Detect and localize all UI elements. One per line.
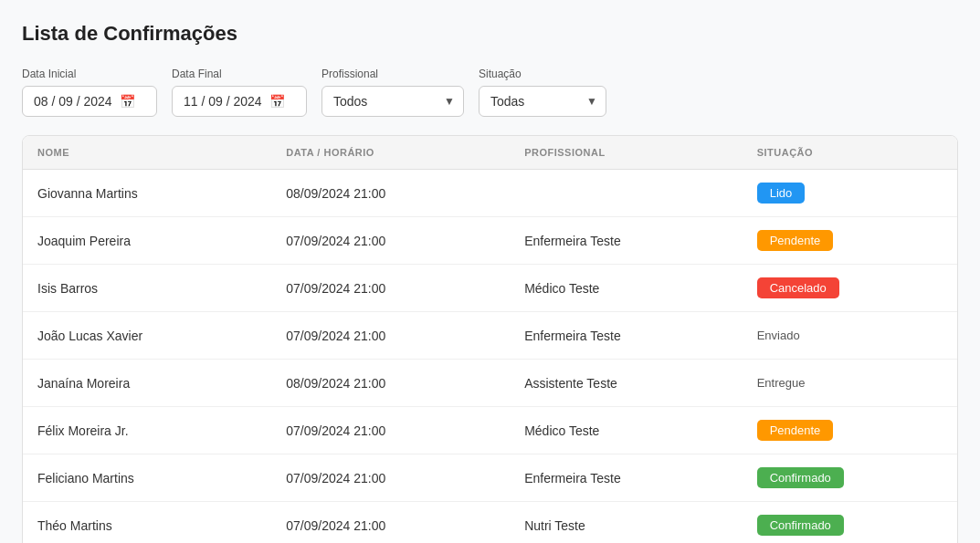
profissional-select-wrapper: Todos Enfermeira Teste Médico Teste Assi… (321, 86, 464, 117)
cell-situacao: Confirmado (743, 502, 957, 544)
table-row[interactable]: Isis Barros07/09/2024 21:00Médico TesteC… (23, 265, 957, 312)
cell-data-horario: 07/09/2024 21:00 (271, 217, 510, 265)
data-inicial-input[interactable]: 08 / 09 / 2024 📅 (22, 86, 157, 117)
cell-data-horario: 07/09/2024 21:00 (271, 454, 510, 502)
cell-nome: Janaína Moreira (23, 360, 271, 407)
status-badge: Lido (757, 183, 806, 204)
table-row[interactable]: Giovanna Martins08/09/2024 21:00Lido (23, 170, 957, 217)
col-profissional: PROFISSIONAL (510, 136, 743, 170)
cell-data-horario: 07/09/2024 21:00 (271, 502, 510, 544)
profissional-select[interactable]: Todos Enfermeira Teste Médico Teste Assi… (321, 86, 464, 117)
table-row[interactable]: João Lucas Xavier07/09/2024 21:00Enferme… (23, 312, 957, 360)
cell-profissional: Nutri Teste (510, 502, 743, 544)
cell-situacao: Confirmado (743, 454, 957, 502)
table-row[interactable]: Janaína Moreira08/09/2024 21:00Assistent… (23, 360, 957, 407)
cell-profissional: Médico Teste (510, 265, 743, 312)
data-final-value: 11 / 09 / 2024 (184, 94, 262, 109)
situacao-group: Situação Todas Lido Pendente Cancelado E… (479, 68, 606, 117)
status-badge: Confirmado (757, 467, 844, 488)
cell-data-horario: 07/09/2024 21:00 (271, 312, 510, 360)
status-badge: Entregue (757, 372, 818, 393)
cell-nome: Théo Martins (23, 502, 271, 544)
cell-situacao: Enviado (743, 312, 957, 360)
cell-nome: Feliciano Martins (23, 454, 271, 502)
situacao-select[interactable]: Todas Lido Pendente Cancelado Enviado En… (479, 86, 606, 117)
cell-situacao: Lido (743, 170, 957, 217)
cell-data-horario: 08/09/2024 21:00 (271, 170, 510, 217)
status-badge: Enviado (757, 325, 813, 346)
cell-profissional: Enfermeira Teste (510, 312, 743, 360)
table-header-row: NOME DATA / HORÁRIO PROFISSIONAL SITUAÇÃ… (23, 136, 957, 170)
cell-nome: Giovanna Martins (23, 170, 271, 217)
page-title: Lista de Confirmações (22, 22, 958, 46)
confirmations-table: NOME DATA / HORÁRIO PROFISSIONAL SITUAÇÃ… (23, 136, 957, 543)
cell-situacao: Cancelado (743, 265, 957, 312)
col-nome: NOME (23, 136, 271, 170)
status-badge: Confirmado (757, 515, 844, 536)
profissional-group: Profissional Todos Enfermeira Teste Médi… (321, 68, 464, 117)
status-badge: Pendente (757, 420, 834, 441)
cell-data-horario: 07/09/2024 21:00 (271, 407, 510, 454)
cell-nome: Joaquim Pereira (23, 217, 271, 265)
col-situacao: SITUAÇÃO (743, 136, 957, 170)
cell-situacao: Pendente (743, 217, 957, 265)
table-row[interactable]: Félix Moreira Jr.07/09/2024 21:00Médico … (23, 407, 957, 454)
data-final-label: Data Final (172, 68, 307, 80)
table-row[interactable]: Théo Martins07/09/2024 21:00Nutri TesteC… (23, 502, 957, 544)
cell-nome: Isis Barros (23, 265, 271, 312)
table-row[interactable]: Joaquim Pereira07/09/2024 21:00Enfermeir… (23, 217, 957, 265)
situacao-select-wrapper: Todas Lido Pendente Cancelado Enviado En… (479, 86, 606, 117)
cell-data-horario: 08/09/2024 21:00 (271, 360, 510, 407)
calendar-icon-end: 📅 (269, 94, 285, 109)
data-final-group: Data Final 11 / 09 / 2024 📅 (172, 68, 307, 117)
cell-nome: Félix Moreira Jr. (23, 407, 271, 454)
cell-situacao: Pendente (743, 407, 957, 454)
status-badge: Pendente (757, 230, 834, 251)
cell-profissional: Enfermeira Teste (510, 454, 743, 502)
cell-profissional (510, 170, 743, 217)
table-row[interactable]: Feliciano Martins07/09/2024 21:00Enferme… (23, 454, 957, 502)
status-badge: Cancelado (757, 277, 839, 298)
cell-nome: João Lucas Xavier (23, 312, 271, 360)
cell-profissional: Assistente Teste (510, 360, 743, 407)
cell-profissional: Enfermeira Teste (510, 217, 743, 265)
data-final-input[interactable]: 11 / 09 / 2024 📅 (172, 86, 307, 117)
filters-bar: Data Inicial 08 / 09 / 2024 📅 Data Final… (22, 68, 958, 117)
cell-profissional: Médico Teste (510, 407, 743, 454)
data-inicial-value: 08 / 09 / 2024 (34, 94, 112, 109)
situacao-label: Situação (479, 68, 606, 80)
data-inicial-group: Data Inicial 08 / 09 / 2024 📅 (22, 68, 157, 117)
cell-situacao: Entregue (743, 360, 957, 407)
col-data-horario: DATA / HORÁRIO (271, 136, 510, 170)
calendar-icon-start: 📅 (120, 94, 135, 109)
data-inicial-label: Data Inicial (22, 68, 157, 80)
profissional-label: Profissional (321, 68, 464, 80)
confirmations-table-container: NOME DATA / HORÁRIO PROFISSIONAL SITUAÇÃ… (22, 135, 958, 543)
cell-data-horario: 07/09/2024 21:00 (271, 265, 510, 312)
